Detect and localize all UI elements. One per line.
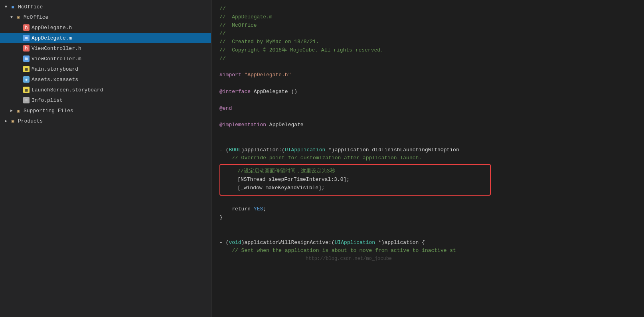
code-line: [219, 63, 636, 71]
code-line: [219, 129, 636, 138]
code-line: [219, 113, 636, 121]
sidebar-item-label: Assets.xcassets: [32, 77, 78, 83]
chevron-icon: ▶: [9, 108, 14, 113]
sidebar-item-appdelegate-m[interactable]: mAppDelegate.m: [0, 33, 211, 43]
code-highlight-box: //设定启动画面停留时间，这里设定为3秒 [NSThread sleepForT…: [219, 164, 491, 195]
code-line: [219, 138, 636, 146]
chevron-icon: ▼: [9, 15, 14, 20]
sidebar-item-label: ViewController.h: [32, 46, 81, 52]
code-line: //: [219, 30, 636, 38]
storyboard-icon: ▦: [23, 87, 30, 93]
code-line: // Sent when the application is about to…: [219, 247, 636, 255]
assets-icon: ◈: [23, 76, 30, 83]
chevron-icon: ▶: [3, 119, 9, 123]
sidebar-item-assets-xcassets[interactable]: ◈Assets.xcassets: [0, 74, 211, 85]
code-line: - (void)applicationWillResignActive:(UIA…: [219, 239, 636, 247]
code-line: // AppDelegate.m: [219, 13, 636, 22]
sidebar-item-label: McOffice: [18, 4, 43, 10]
xcodeproj-icon: ◼: [10, 4, 16, 10]
sidebar-item-launchscreen-storyboard[interactable]: ▦LaunchScreen.storyboard: [0, 85, 211, 95]
code-line: //: [219, 5, 636, 13]
sidebar-item-mcoffice-group[interactable]: ▼▣McOffice: [0, 12, 211, 22]
h-icon: h: [23, 45, 30, 52]
watermark-text: http://blog.csdn.net/mo_jocube: [219, 255, 636, 263]
code-line: // McOffice: [219, 22, 636, 30]
code-line: [219, 230, 636, 239]
sidebar-item-viewcontroller-m[interactable]: mViewController.m: [0, 53, 211, 64]
sidebar-item-label: AppDelegate.m: [32, 35, 72, 41]
code-line: @end: [219, 105, 636, 113]
sidebar-item-label: Main.storyboard: [32, 66, 78, 72]
code-line: [219, 197, 636, 206]
m-icon: m: [23, 55, 30, 62]
sidebar-item-label: ViewController.m: [32, 56, 81, 62]
code-line: [_window makeKeyAndVisible];: [225, 184, 485, 192]
sidebar-item-products[interactable]: ▶▣Products: [0, 116, 211, 126]
sidebar-item-label: Info.plist: [32, 97, 63, 103]
code-line: [219, 222, 636, 230]
folder-icon: ▣: [10, 118, 16, 124]
code-line: [NSThread sleepForTimeInterval:3.0];: [225, 176, 485, 184]
h-icon: h: [23, 24, 30, 31]
code-line: // Copyright © 2018年 MojoCube. All right…: [219, 46, 636, 55]
storyboard-icon: ▦: [23, 66, 30, 72]
code-line: //设定启动画面停留时间，这里设定为3秒: [225, 167, 485, 176]
folder-icon: ▣: [15, 14, 22, 20]
code-editor: //// AppDelegate.m// McOffice//// Create…: [211, 0, 644, 317]
plist-icon: ≡: [23, 97, 30, 103]
sidebar-item-viewcontroller-h[interactable]: hViewController.h: [0, 43, 211, 53]
sidebar-item-label: AppDelegate.h: [32, 25, 72, 31]
code-line: [219, 79, 636, 88]
folder-icon: ▣: [15, 107, 22, 114]
code-line: @implementation AppDelegate: [219, 121, 636, 129]
sidebar-item-info-plist[interactable]: ≡Info.plist: [0, 95, 211, 105]
code-line: // Created by MyMac on 18/8/21.: [219, 38, 636, 46]
code-line: - (BOOL)application:(UIApplication *)app…: [219, 146, 636, 155]
chevron-icon: ▼: [3, 5, 9, 9]
sidebar-item-appdelegate-h[interactable]: hAppDelegate.h: [0, 22, 211, 33]
file-navigator: ▼◼McOffice▼▣McOfficehAppDelegate.hmAppDe…: [0, 0, 211, 317]
code-line: return YES;: [219, 205, 636, 214]
code-line: #import "AppDelegate.h": [219, 71, 636, 79]
m-icon: m: [23, 35, 30, 41]
code-line: }: [219, 214, 636, 222]
code-line: @interface AppDelegate (): [219, 88, 636, 96]
sidebar-item-label: Supporting Files: [24, 108, 73, 114]
sidebar-item-label: LaunchScreen.storyboard: [32, 87, 103, 93]
sidebar-item-supporting-files[interactable]: ▶▣Supporting Files: [0, 105, 211, 116]
sidebar-item-label: McOffice: [24, 14, 48, 20]
sidebar-item-label: Products: [18, 118, 43, 124]
code-line: // Override point for customization afte…: [219, 154, 636, 162]
sidebar-item-main-storyboard[interactable]: ▦Main.storyboard: [0, 64, 211, 74]
code-line: [219, 96, 636, 105]
sidebar-item-mcoffice-project[interactable]: ▼◼McOffice: [0, 2, 211, 12]
code-line: //: [219, 55, 636, 63]
